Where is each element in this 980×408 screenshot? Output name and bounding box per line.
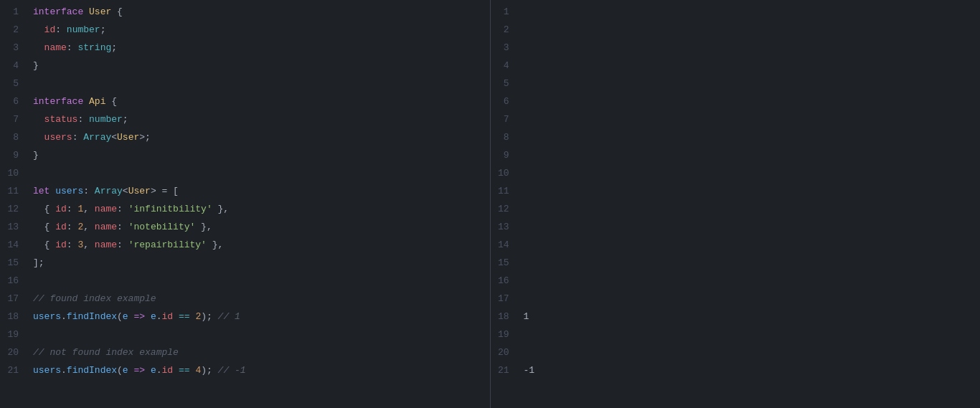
token-arrow: => [133,365,145,376]
code-line: name: string; [33,39,484,57]
right-line-number: 8 [491,128,518,146]
token-punct: : [55,24,67,35]
code-line: interface Api { [33,92,484,110]
result-line [524,146,535,164]
right-line-number: 20 [491,343,518,361]
right-line-number: 19 [491,326,518,343]
result-line [524,39,535,57]
token-comment: // 1 [218,311,240,322]
line-number: 16 [0,272,27,290]
token-prop: id [55,204,67,214]
right-line-number: 15 [491,254,518,272]
token-punct: : [83,186,95,196]
token-punct: . [156,365,162,376]
token-comment: // found index example [33,293,156,304]
token-punct: } [33,150,39,161]
line-number: 20 [0,343,27,361]
result-line [524,254,535,272]
token-punct: : [67,222,78,232]
token-punct: ; [111,42,117,53]
token-punct: ); [201,365,217,376]
result-line: 1 [524,308,535,326]
token-punct: : [67,239,78,250]
line-number: 21 [0,361,27,379]
token-punct [145,311,151,322]
line-number: 12 [0,200,27,218]
right-line-number: 10 [491,164,518,182]
line-number: 6 [0,92,27,110]
token-punct: ( [117,311,123,322]
result-line [524,218,535,236]
token-prop: name [95,222,117,232]
left-pane: 123456789101112131415161718192021 interf… [0,0,490,408]
token-punct: > = [ [151,186,179,196]
line-number: 11 [0,182,27,200]
right-line-number: 4 [491,57,518,75]
code-line: } [33,57,484,75]
left-code-content[interactable]: interface User { id: number; name: strin… [27,0,490,408]
token-method: findIndex [67,311,117,322]
line-number: 18 [0,308,27,326]
right-line-number: 5 [491,75,518,92]
line-number: 8 [0,128,27,146]
token-method: findIndex [67,365,117,376]
result-line [524,110,535,128]
token-op: == [179,311,190,322]
token-type-name: User [128,186,151,196]
right-line-number: 2 [491,21,518,39]
token-punct: : [67,42,78,53]
line-number: 9 [0,146,27,164]
line-number: 1 [0,3,27,21]
token-prop: status [44,114,78,125]
token-punct: : [67,204,78,214]
token-punct: , [83,239,95,250]
token-punct: : [117,239,128,250]
code-line: { id: 2, name: 'notebility' }, [33,218,484,236]
right-line-number: 18 [491,308,518,326]
token-punct: { [111,6,123,17]
line-number: 7 [0,110,27,128]
token-type-name: Api [89,96,105,107]
token-str: 'infinitbility' [128,204,212,214]
token-prop: id [162,311,174,322]
token-punct: { [33,222,55,232]
left-line-numbers: 123456789101112131415161718192021 [0,0,27,408]
token-punct [83,96,89,107]
right-line-number: 7 [491,110,518,128]
token-punct: } [33,60,39,71]
code-line [33,75,484,92]
token-var: e [151,311,156,322]
result-line [524,3,535,21]
result-line [524,164,535,182]
token-punct [173,311,179,322]
token-var: users [33,365,61,376]
token-prop: id [44,24,56,35]
token-punct: < [123,186,128,196]
right-line-number: 14 [491,236,518,254]
code-line: status: number; [33,110,484,128]
line-number: 17 [0,290,27,308]
right-line-number: 12 [491,200,518,218]
line-number: 2 [0,21,27,39]
token-punct: , [83,204,95,214]
code-line: users.findIndex(e => e.id == 2); // 1 [33,308,484,326]
left-code-area: 123456789101112131415161718192021 interf… [0,0,490,408]
result-line [524,57,535,75]
code-line: { id: 1, name: 'infinitbility' }, [33,200,484,218]
token-type-name: User [89,6,111,17]
result-line [524,21,535,39]
right-pane-content: 123456789101112131415161718192021 1 -1 [491,0,981,408]
result-line [524,182,535,200]
token-punct: : [117,204,128,214]
line-number: 5 [0,75,27,92]
code-line: users: Array<User>; [33,128,484,146]
token-punct [33,132,44,143]
token-punct: { [33,204,55,214]
token-punct: . [61,365,67,376]
result-line [524,236,535,254]
right-line-number: 16 [491,272,518,290]
right-line-number: 6 [491,92,518,110]
token-punct [33,24,44,35]
token-punct [145,365,151,376]
code-line: id: number; [33,21,484,39]
